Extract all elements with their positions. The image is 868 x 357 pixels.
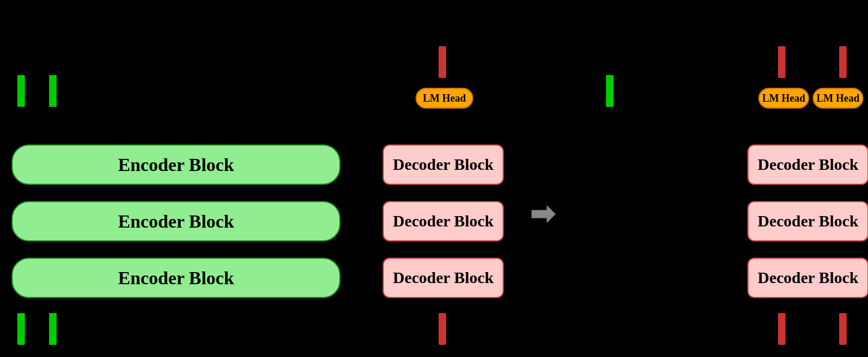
lm-head-1: LM Head [758, 88, 809, 109]
lm-head-2-label: LM Head [817, 92, 860, 105]
decoder-block-3: Decoder Block [383, 258, 504, 298]
decoder-block-5: Decoder Block [747, 201, 868, 241]
encoder-block-2-label: Encoder Block [118, 211, 234, 232]
lm-head-1-label: LM Head [762, 92, 806, 105]
transform-arrow: ➡ [519, 196, 566, 231]
decoder-block-4: Decoder Block [747, 144, 868, 185]
decoder-block-2-label: Decoder Block [393, 212, 493, 230]
encoder-block-2: Encoder Block [12, 201, 341, 241]
decoder-block-3-label: Decoder Block [393, 269, 493, 287]
encoder-block-3-label: Encoder Block [118, 267, 234, 289]
encoder-block-1-label: Encoder Block [118, 154, 234, 176]
token-bar [49, 75, 57, 107]
decoder-block-2: Decoder Block [383, 201, 504, 241]
encoder-block-3: Encoder Block [12, 258, 341, 298]
decoder-block-1: Decoder Block [383, 144, 504, 185]
token-bar [606, 75, 613, 107]
lm-head-single: LM Head [416, 88, 473, 109]
decoder-block-4-label: Decoder Block [758, 155, 858, 174]
lm-head-2: LM Head [813, 88, 863, 109]
arrow-symbol: ➡ [530, 196, 555, 231]
token-bar [17, 313, 25, 345]
lm-head-single-label: LM Head [423, 92, 466, 105]
decoder-block-1-label: Decoder Block [393, 155, 493, 174]
token-bar [49, 313, 57, 345]
diagram-container: Encoder Block Encoder Block Encoder Bloc… [0, 0, 868, 357]
decoder-block-5-label: Decoder Block [758, 212, 858, 230]
encoder-block-1: Encoder Block [12, 144, 341, 185]
decoder-block-6-label: Decoder Block [758, 269, 858, 287]
decoder-block-6: Decoder Block [747, 258, 868, 298]
token-bar [17, 75, 25, 107]
